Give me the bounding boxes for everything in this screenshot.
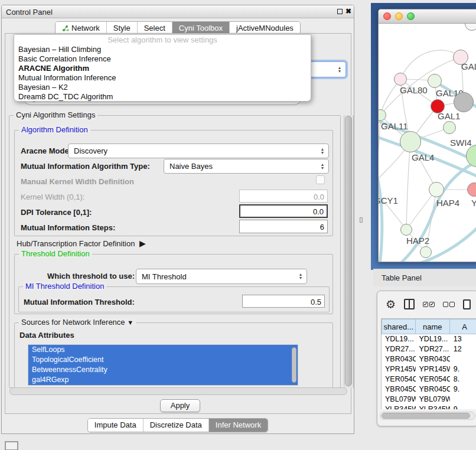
table-cell: YDR27... <box>416 344 450 354</box>
kernel-width-field[interactable] <box>239 190 328 203</box>
float-window-icon[interactable] <box>337 9 343 14</box>
node-label: GCY1 <box>379 195 398 206</box>
manual-kernel-width-checkbox[interactable] <box>316 175 325 184</box>
sources-title-text: Sources for Network Inference <box>21 318 125 327</box>
table-cell: YBL079W <box>416 394 450 405</box>
network-node-hap2[interactable] <box>400 224 412 236</box>
tab-discretize-data[interactable]: Discretize Data <box>143 419 208 432</box>
select-all-icon[interactable]: ✔✔ <box>423 302 435 307</box>
data-attributes-label: Data Attributes <box>19 331 74 340</box>
network-node[interactable] <box>420 246 432 258</box>
table-row[interactable]: YPR145WYPR145W9. <box>382 364 476 374</box>
table-toolbar: ⚙ ✔✔ <box>377 291 476 317</box>
network-node-gal4[interactable] <box>400 131 421 152</box>
column-header[interactable]: A <box>450 319 476 334</box>
mi-steps-field[interactable] <box>239 220 328 233</box>
network-view-window: GALGAL80GAL10GAL1SWI4GAL11GAL4GCY1HAP4YH… <box>378 9 476 262</box>
attribute-item[interactable]: SelfLoops <box>28 345 298 355</box>
panel-divider-grip[interactable] <box>360 217 363 223</box>
node-table: shared...nameA YDL19...YDL19...13YDR27..… <box>381 318 476 409</box>
table-cell: 9. <box>450 384 476 394</box>
minimized-panel-icon[interactable] <box>5 441 18 450</box>
algorithm-dropdown-popup: Select algorithm to view settings Bayesi… <box>14 34 311 102</box>
tab-infer-network[interactable]: Infer Network <box>208 419 268 432</box>
network-canvas[interactable]: GALGAL80GAL10GAL1SWI4GAL11GAL4GCY1HAP4YH… <box>379 24 476 262</box>
threshold-definition-group: Threshold Definition Which threshold to … <box>14 254 333 314</box>
deselect-all-icon[interactable] <box>443 302 455 307</box>
table-horizontal-scrollbar[interactable] <box>380 412 475 420</box>
table-panel: ⚙ ✔✔ shared...nameA YDL19...YDL19...13YD… <box>377 291 476 426</box>
settings-horizontal-scrollbar[interactable] <box>9 387 347 395</box>
algorithm-option[interactable]: Bayesian – K2 <box>14 83 311 92</box>
attribute-item[interactable]: gal4RGexp <box>28 375 298 385</box>
dpi-tolerance-field[interactable] <box>239 204 328 218</box>
attribute-item[interactable]: BetweennessCentrality <box>28 365 298 375</box>
algorithm-option[interactable]: Basic Correlation Inference <box>14 54 311 64</box>
table-cell: 8. <box>450 374 476 384</box>
algorithm-option[interactable]: Bayesian – Hill Climbing <box>14 45 311 54</box>
table-cell: YBR043C <box>382 354 416 364</box>
column-header[interactable]: name <box>416 319 450 334</box>
combo-arrows-icon: ▲▼ <box>297 269 304 283</box>
attribute-item[interactable]: TopologicalCoefficient <box>28 355 298 365</box>
mi-threshold-label: Mutual Information Threshold: <box>24 298 135 306</box>
network-node-hap4[interactable] <box>429 182 444 197</box>
table-panel-title: Table Panel <box>382 273 422 282</box>
table-cell: 12 <box>450 344 476 354</box>
aracne-mode-label: Aracne Mode: <box>21 146 71 155</box>
node-label: GAL11 <box>381 121 408 131</box>
mi-algorithm-type-combobox[interactable]: Naive Bayes ▲▼ <box>164 159 329 174</box>
network-node-gal80[interactable] <box>394 73 407 86</box>
network-icon <box>62 25 69 32</box>
table-cell: YLR345W <box>416 405 450 409</box>
tab-impute-data[interactable]: Impute Data <box>88 419 143 432</box>
close-icon[interactable]: ✖ <box>345 7 351 15</box>
expand-arrow-icon[interactable]: ▶ <box>137 239 146 248</box>
close-traffic-light[interactable] <box>383 12 391 20</box>
tab-label: Infer Network <box>216 420 261 429</box>
network-node-swi4[interactable] <box>443 121 456 134</box>
mi-steps-label: Mutual Information Steps: <box>21 223 115 232</box>
tab-label: Cyni Toolbox <box>179 24 223 32</box>
table-row[interactable]: YDL19...YDL19...13 <box>382 334 476 344</box>
data-attributes-list: SelfLoopsTopologicalCoefficientBetweenne… <box>28 344 298 386</box>
algorithm-option[interactable]: Dream8 DC_TDC Algorithm <box>14 92 311 102</box>
column-header[interactable]: shared... <box>382 319 416 334</box>
gear-icon[interactable]: ⚙ <box>386 299 396 310</box>
mi-algorithm-type-label: Mutual Information Algorithm Type: <box>21 162 150 171</box>
hub-definition-toggle[interactable]: Hub/Transcription Factor Definition ▶ <box>17 239 146 248</box>
column-selector-icon[interactable] <box>404 299 415 309</box>
list-scrollbar-thumb[interactable] <box>292 347 296 383</box>
apply-button[interactable]: Apply <box>160 399 200 412</box>
table-row[interactable]: YBR045CYBR045C9. <box>382 384 476 394</box>
minimize-traffic-light[interactable] <box>395 12 403 20</box>
algorithm-option[interactable]: Mutual Information Inference <box>14 73 311 83</box>
mi-threshold-field[interactable] <box>242 295 325 308</box>
tab-label: Select <box>144 24 165 32</box>
table-row[interactable]: YER054CYER054C8. <box>382 374 476 384</box>
table-row[interactable]: YDR27...YDR27...12 <box>382 344 476 354</box>
mi-threshold-group: MI Threshold Definition Mutual Informati… <box>18 286 330 312</box>
table-cell <box>450 394 476 405</box>
table-row[interactable]: YBL079WYBL079W <box>382 394 476 405</box>
zoom-traffic-light[interactable] <box>407 12 415 20</box>
table-scrollbar-thumb[interactable] <box>382 413 470 419</box>
new-table-icon[interactable] <box>463 299 471 309</box>
network-node-gal10[interactable] <box>428 74 442 88</box>
table-row[interactable]: YLR345WYLR345W9. <box>382 405 476 409</box>
which-threshold-combobox[interactable]: MI Threshold ▲▼ <box>136 269 307 284</box>
network-node[interactable] <box>454 92 474 112</box>
node-label: GAL1 <box>438 111 460 121</box>
manual-kernel-width-label: Manual Kernel Width Definition <box>21 177 134 186</box>
aracne-mode-combobox[interactable]: Discovery ▲▼ <box>68 144 329 158</box>
network-window-titlebar <box>379 9 476 24</box>
table-row[interactable]: YBR043CYBR043C <box>382 354 476 364</box>
collapse-arrow-icon[interactable]: ▼ <box>127 319 133 326</box>
control-panel-window: Control Panel ✖ NetworkStyleSelectCyni T… <box>1 5 354 434</box>
combo-arrows-icon: ▲▼ <box>319 159 326 173</box>
algorithm-option[interactable]: ARACNE Algorithm <box>14 64 311 73</box>
settings-vertical-scrollbar[interactable] <box>344 115 354 388</box>
table-panel-header: Table Panel <box>373 269 476 286</box>
sources-group-title: Sources for Network Inference ▼ <box>19 318 136 327</box>
table-cell: YPR145W <box>416 364 450 374</box>
